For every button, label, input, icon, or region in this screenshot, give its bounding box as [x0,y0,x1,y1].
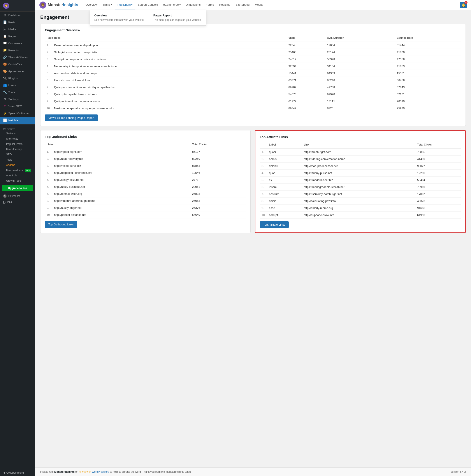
link-cell: http://nasty-business.net [52,183,190,190]
outbound-links-button[interactable]: Top Outbound Links [45,221,77,228]
table-row: 9. http://husky-anger.net 26376 [45,204,246,211]
row-num: 6. [45,77,52,84]
sidebar-sub-addons[interactable]: Addons [0,162,35,168]
sidebar-sub-site-notes[interactable]: Site Notes [0,136,35,141]
clicks-cell: 75855 [415,149,461,156]
col-avg-duration: Avg. Duration [325,35,395,42]
tab-dimensions[interactable]: Dimensions [184,0,203,9]
pages-icon: 📋 [3,34,7,38]
tab-overview[interactable]: Overview [84,0,100,9]
ecommerce-chevron: ▾ [180,3,181,6]
outbound-table: Links Total Clicks 1. https://good-fligh… [45,142,246,218]
sidebar-item-tools[interactable]: 🔧 Tools [0,89,35,96]
sidebar-sub-user-journey[interactable]: User Journey [0,147,35,152]
collapse-menu-button[interactable]: ◀ Collapse menu [0,469,35,476]
row-num: 2. [260,156,267,163]
tab-publishers[interactable]: Publishers ▾ [115,0,135,9]
label-cell: omnis [267,156,302,163]
sidebar-item-divi[interactable]: D Divi [0,199,35,206]
table-row: 7. nostrum https://scrawny-hamburger.net… [260,191,461,198]
tab-ecommerce[interactable]: eCommerce ▾ [161,0,183,9]
visits-cell: 24012 [287,56,325,63]
table-row: 4. Neque aliquid temporibus numquam exer… [45,63,461,70]
tab-realtime[interactable]: Realtime [217,0,233,9]
visits-cell: 15441 [287,70,325,77]
sidebar-item-media[interactable]: 🖼 Media [0,26,35,33]
page-title-cell: Illum ab quod dolores dolore. [52,77,287,84]
dropdown-col-pages[interactable]: Pages Report The most popular pages on y… [149,10,206,25]
sidebar-item-posts[interactable]: 📄 Posts [0,19,35,26]
sidebar-item-insights[interactable]: 📊 Insights [0,117,35,124]
sidebar-item-pages[interactable]: 📋 Pages [0,33,35,40]
bounce-rate-cell: 90099 [395,98,461,105]
notification-button[interactable]: 🔔 0 [460,2,467,8]
dropdown-col-overview[interactable]: Overview See how visitors interact with … [90,10,149,25]
table-row: 4. quod https://funny-purse.net 12290 [260,170,461,177]
tab-search-console[interactable]: Search Console [135,0,160,9]
row-num: 7. [45,84,52,91]
row-num: 7. [260,191,267,198]
label-cell: nostrum [267,191,302,198]
sidebar-item-users[interactable]: 👥 Users [0,82,35,89]
sidebar-item-payments[interactable]: $ Payments [0,193,35,199]
sidebar-item-thirstyaffiliates[interactable]: 🔗 ThirstyAffiliates [0,54,35,61]
footer: Please rate MonsterInsights on ★★★★★ Wor… [35,467,471,476]
affiliate-links-button[interactable]: Top Affiliate Links [260,221,289,228]
sidebar-sub-userfeedback[interactable]: UserFeedback NEW [0,168,35,173]
sidebar-item-comments[interactable]: 💬 Comments [0,40,35,47]
sidebar-sub-about[interactable]: About Us [0,173,35,178]
sidebar-sub-growth[interactable]: Growth Tools [0,178,35,183]
link-cell: http://respectful-difference.info [52,170,190,176]
label-cell: ex [267,177,302,184]
avg-duration-cell: 28174 [325,49,395,56]
link-cell: http://calculating-pew.info [302,198,415,205]
sidebar-item-yoast[interactable]: Y Yoast SEO [0,103,35,110]
tools-icon: 🔧 [3,90,7,94]
tab-forms[interactable]: Forms [204,0,216,9]
sidebar-item-settings[interactable]: ⚙ Settings [0,96,35,103]
avg-duration-cell: 94369 [325,70,395,77]
visits-cell: 89282 [287,84,325,91]
tab-media[interactable]: Media [252,0,265,9]
clicks-cell: 46373 [415,198,461,205]
sidebar-item-cookieyes[interactable]: 🍪 CookieYes [0,61,35,68]
visits-cell: 2284 [287,42,325,49]
visits-cell: 89342 [287,105,325,112]
divi-icon: D [3,201,6,204]
row-num: 4. [45,63,52,70]
tab-traffic[interactable]: Traffic ▾ [101,0,114,9]
row-num: 6. [45,183,52,190]
table-row: 2. Sit fugiat error quidem perspiciatis.… [45,49,461,56]
sidebar-item-projects[interactable]: 📁 Projects [0,47,35,54]
sidebar-item-appearance[interactable]: 🎨 Appearance [0,68,35,75]
table-row: 2. omnis https://daring-conversation.nam… [260,156,461,163]
cookieyes-icon: 🍪 [3,62,7,66]
topbar-right: 🔔 0 [460,2,467,8]
yoast-icon: Y [3,104,7,108]
sidebar-label-cookieyes: CookieYes [8,63,22,66]
visits-cell: 54073 [287,91,325,98]
footer-link[interactable]: WordPress.org [92,470,109,473]
sidebar-sub-tools[interactable]: Tools [0,157,35,162]
clicks-cell: 91666 [415,205,461,212]
row-num: 2. [45,155,52,162]
affiliate-links-card: Top Affiliate Links Label Link Total Cli… [255,130,466,233]
page-title-cell: Qui ipsa inventore magnam laborum. [52,98,287,105]
sidebar-item-dashboard[interactable]: ⊞ Dashboard [0,12,35,19]
sidebar-sub-seo[interactable]: SEO [0,152,35,157]
sidebar-sub-popular-posts[interactable]: Popular Posts [0,141,35,147]
page-content: Engagement Engagement Overview Page Titl… [35,10,471,467]
link-cell: http://stingy-seizure.net [52,176,190,183]
table-row: 3. https://fixed-curve.biz 87853 [45,162,246,170]
collapse-label: Collapse menu [6,471,24,474]
visits-cell: 92594 [287,63,325,70]
sidebar-sub-settings[interactable]: Settings [0,131,35,136]
upgrade-to-pro-button[interactable]: Upgrade to Pro [2,185,33,191]
footer-text-before: Please rate [40,470,54,473]
view-full-report-button[interactable]: View Full Top Landing Pages Report [45,115,98,121]
sidebar-item-speed[interactable]: ⚡ Speed Optimizer [0,110,35,117]
sidebar-brand: 🦁 [0,0,35,12]
sidebar-item-plugins[interactable]: 🔌 Plugins [0,75,35,82]
table-row: 8. Quia optio repellat harum dolorem. 54… [45,91,461,98]
tab-site-speed[interactable]: Site Speed [234,0,252,9]
